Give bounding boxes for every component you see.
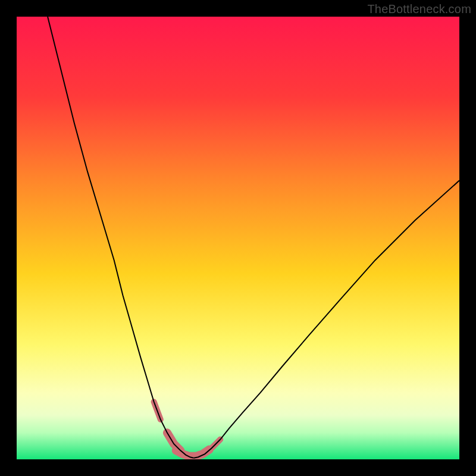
plot-area xyxy=(17,17,459,459)
gradient-background xyxy=(17,17,459,459)
watermark-text: TheBottleneck.com xyxy=(367,2,471,16)
chart-frame: TheBottleneck.com xyxy=(0,0,476,476)
chart-svg xyxy=(17,17,459,459)
